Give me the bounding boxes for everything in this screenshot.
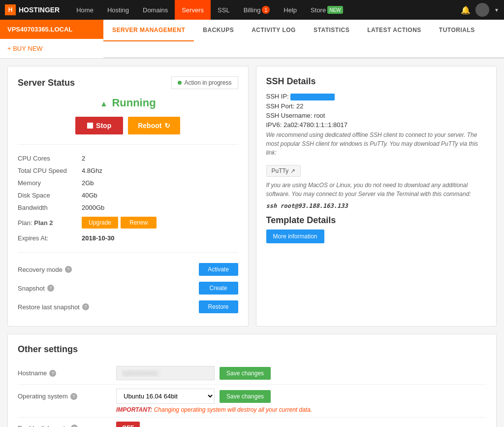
disk-quota-toggle[interactable]: OFF (116, 422, 140, 427)
os-help-icon[interactable]: ? (70, 393, 77, 400)
tab-server-management[interactable]: SERVER MANAGEMENT (103, 20, 194, 41)
buy-new-button[interactable]: + BUY NEW (0, 39, 103, 58)
running-text: Running (112, 97, 156, 109)
upgrade-button[interactable]: Upgrade (82, 217, 118, 229)
running-triangle-icon: ▲ (100, 99, 108, 108)
top-nav: H HOSTINGER Home Hosting Domains Servers… (0, 0, 504, 20)
nav-ssl[interactable]: SSL (211, 0, 237, 20)
cards-row: Server Status Action in progress ▲ Runni… (7, 66, 497, 327)
settings-title: Other settings (18, 344, 486, 355)
spec-value-cpu-speed: 4.8Ghz (82, 167, 102, 174)
recovery-mode-label: Recovery mode ? (18, 266, 199, 273)
nav-hosting[interactable]: Hosting (100, 0, 136, 20)
hostname-save-button[interactable]: Save changes (220, 367, 271, 380)
recovery-mode-row: Recovery mode ? Activate (18, 260, 238, 279)
stop-button[interactable]: Stop (75, 117, 123, 134)
expires-label: Expires At: (18, 234, 82, 242)
restore-button[interactable]: Restore (199, 300, 238, 313)
action-dot-icon (178, 81, 182, 85)
snapshot-row: Snapshot ? Create (18, 279, 238, 297)
os-select[interactable]: Ubuntu 16.04 64bit Ubuntu 18.04 64bit Ce… (116, 389, 215, 404)
logo-icon: H (5, 4, 16, 15)
activate-button[interactable]: Activate (199, 263, 238, 276)
nav-servers[interactable]: Servers (175, 0, 211, 20)
tab-backups[interactable]: BACKUPS (194, 20, 243, 41)
action-badge-text: Action in progress (184, 79, 231, 86)
sidebar-item-server[interactable]: VPS40703365.LOCAL (0, 20, 103, 39)
spec-label-bandwidth: Bandwidth (18, 204, 82, 211)
spec-label-cpu-cores: CPU Cores (18, 155, 82, 162)
ssh-title: SSH Details (266, 76, 487, 87)
ssh-description: We recommend using dedicated offline SSH… (266, 131, 487, 157)
restore-snapshot-row: Restore last snapshot ? Restore (18, 297, 238, 316)
snapshot-label: Snapshot ? (18, 285, 199, 292)
external-link-icon: ↗ (290, 167, 295, 174)
restore-help-icon[interactable]: ? (82, 303, 89, 310)
plan-name: Plan 2 (34, 219, 53, 227)
nav-home[interactable]: Home (69, 0, 100, 20)
putty-button[interactable]: PuTTy ↗ (266, 165, 301, 177)
nav-help[interactable]: Help (277, 0, 304, 20)
stop-label: Stop (96, 122, 111, 130)
nav-store[interactable]: Store NEW (304, 0, 349, 20)
spec-value-memory: 2Gb (82, 179, 94, 187)
restore-last-label: Restore last snapshot ? (18, 303, 199, 311)
tab-activity-log[interactable]: ACTIVITY LOG (243, 20, 305, 41)
action-progress-badge: Action in progress (171, 76, 238, 89)
more-info-button[interactable]: More information (266, 230, 324, 243)
expires-row: Expires At: 2018-10-30 (18, 231, 238, 245)
os-label: Operating system ? (18, 393, 116, 400)
snapshot-help-icon[interactable]: ? (47, 285, 54, 292)
hostname-help-icon[interactable]: ? (49, 370, 56, 377)
notification-bell-icon[interactable]: 🔔 (461, 5, 471, 15)
spec-label-cpu-speed: Total CPU Speed (18, 167, 82, 174)
spec-value-bandwidth: 2000Gb (82, 204, 104, 211)
disk-quota-help-icon[interactable]: ? (71, 425, 78, 427)
plan-row: Plan: Plan 2 Upgrade Renew (18, 214, 238, 231)
reboot-button[interactable]: Reboot ↻ (128, 117, 180, 134)
server-status-card: Server Status Action in progress ▲ Runni… (7, 66, 249, 327)
reboot-label: Reboot (138, 122, 161, 130)
spec-disk: Disk Space 40Gb (18, 189, 238, 201)
os-row: Operating system ? Ubuntu 16.04 64bit Ub… (18, 385, 486, 418)
expires-value: 2018-10-30 (82, 234, 115, 242)
hostname-row: Hostname ? Save changes (18, 362, 486, 385)
recovery-help-icon[interactable]: ? (65, 266, 72, 273)
ssh-port-row: SSH Port: 22 (266, 102, 487, 110)
ssh-command: ssh root@93.188.163.133 (266, 202, 487, 209)
reboot-icon: ↻ (164, 122, 170, 130)
tab-latest-actions[interactable]: LATEST ACTIONS (358, 20, 430, 41)
running-status: ▲ Running (18, 97, 238, 109)
ssh-username-row: SSH Username: root (266, 112, 487, 119)
hostname-input[interactable] (116, 366, 215, 380)
server-specs: CPU Cores 2 Total CPU Speed 4.8Ghz Memor… (18, 144, 238, 245)
action-buttons: Stop Reboot ↻ (18, 117, 238, 134)
billing-badge: 1 (262, 6, 270, 14)
tab-statistics[interactable]: STATISTICS (305, 20, 358, 41)
avatar[interactable] (475, 3, 489, 17)
spec-memory: Memory 2Gb (18, 177, 238, 189)
hostname-label: Hostname ? (18, 369, 116, 377)
nav-billing[interactable]: Billing 1 (237, 0, 277, 20)
stop-icon (87, 123, 93, 129)
template-title: Template Details (266, 215, 487, 226)
main-tabs: SERVER MANAGEMENT BACKUPS ACTIVITY LOG S… (103, 20, 504, 58)
plan-label: Plan: Plan 2 (18, 219, 82, 227)
ssh-ipv6-row: IPV6: 2a02:4780:1:1::1:8017 (266, 121, 487, 129)
store-badge: NEW (327, 6, 343, 14)
create-button[interactable]: Create (199, 282, 238, 295)
nav-domains[interactable]: Domains (136, 0, 175, 20)
os-save-button[interactable]: Save changes (220, 390, 271, 403)
divider (18, 252, 238, 253)
spec-value-cpu-cores: 2 (82, 155, 85, 162)
ssh-ip-bar (290, 94, 335, 100)
ssh-details-card: SSH Details SSH IP: SSH Port: 22 SSH Use… (256, 66, 497, 327)
ssh-ip-row: SSH IP: (266, 93, 487, 100)
disk-quota-label: Enable disk quota ? (18, 425, 116, 427)
renew-button[interactable]: Renew (121, 217, 157, 229)
main-content: Server Status Action in progress ▲ Runni… (0, 59, 504, 427)
spec-value-disk: 40Gb (82, 192, 97, 199)
tab-tutorials[interactable]: TUTORIALS (430, 20, 484, 41)
spec-bandwidth: Bandwidth 2000Gb (18, 201, 238, 214)
chevron-down-icon: ▼ (494, 7, 499, 13)
